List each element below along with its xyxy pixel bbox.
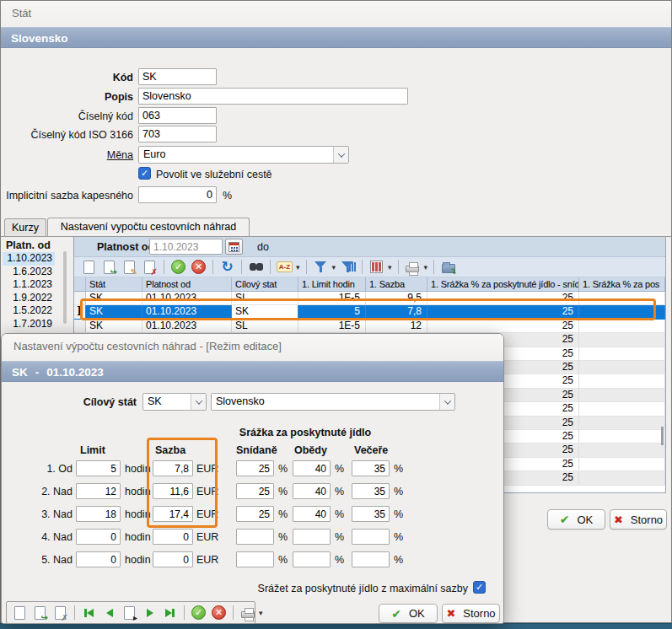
vecere-input-4[interactable] <box>352 529 390 545</box>
cell-stat[interactable]: SK <box>86 305 142 318</box>
chevron-down-icon[interactable] <box>439 394 454 410</box>
ok-button[interactable]: ✔ OK <box>547 509 605 530</box>
next-record-icon[interactable] <box>141 604 159 621</box>
cell-pos[interactable] <box>579 430 665 443</box>
cell-stat[interactable]: SK <box>86 320 142 332</box>
cell-stat[interactable]: SK <box>86 292 142 304</box>
cell-pos[interactable] <box>579 292 665 304</box>
snidane-input-2[interactable] <box>236 483 274 499</box>
dialog-storno-button[interactable]: ✖ Storno <box>442 604 500 623</box>
snidane-input-3[interactable] <box>236 506 274 522</box>
cell-pos[interactable] <box>579 458 665 470</box>
sazba-input-1[interactable] <box>153 460 193 476</box>
sazba-input-3[interactable] <box>153 506 193 522</box>
cell-pos[interactable] <box>579 347 665 360</box>
browse-records-icon[interactable]: ▸ <box>121 604 138 621</box>
obedy-input-3[interactable] <box>293 506 331 522</box>
cilovy-stat-code-select[interactable]: SK <box>142 393 207 411</box>
first-record-icon[interactable] <box>80 604 98 621</box>
cell-platnost[interactable]: 01.10.2023 <box>142 292 232 304</box>
cell-pos[interactable] <box>579 389 665 401</box>
cell-sazba[interactable]: 7,8 <box>366 305 427 318</box>
table-row[interactable]: SK01.10.2023SI1E-59,525 <box>74 292 665 305</box>
snidane-input-5[interactable] <box>236 551 274 567</box>
cancel-icon[interactable]: ✕ <box>210 604 228 621</box>
edit-dialog-titlebar[interactable]: Nastavení výpočtu cestovních náhrad - [R… <box>2 334 503 359</box>
povolit-checkbox[interactable]: ✓ <box>138 167 151 180</box>
table-row[interactable]: SK01.10.2023SL1E-51225 <box>74 320 665 333</box>
cell-limit[interactable]: 5 <box>298 305 366 318</box>
mena-label[interactable]: Měna <box>1 149 133 161</box>
platnost-list-item[interactable]: 1.7.2019 <box>3 318 55 331</box>
snidane-input-1[interactable] <box>236 460 274 476</box>
cell-limit[interactable]: 1E-5 <box>298 320 366 332</box>
kapesne-input[interactable] <box>138 186 217 203</box>
dropdown-arrow-icon[interactable]: ▾ <box>259 609 263 617</box>
cell-pos[interactable] <box>579 361 665 374</box>
obedy-input-4[interactable] <box>293 529 331 545</box>
cell-sazba[interactable]: 12 <box>366 320 427 332</box>
chevron-down-icon[interactable] <box>333 147 348 163</box>
iso-kod-input[interactable] <box>138 126 217 142</box>
obedy-input-5[interactable] <box>293 551 331 567</box>
platnost-list-item[interactable]: 1.6.2023 <box>3 266 55 279</box>
print-icon[interactable] <box>239 604 256 621</box>
cell-snidane[interactable]: 25 <box>427 320 579 332</box>
last-record-icon[interactable] <box>161 604 179 621</box>
prev-record-icon[interactable] <box>100 604 118 621</box>
cell-marker[interactable]: I <box>74 305 86 318</box>
vecere-input-1[interactable] <box>352 460 390 476</box>
mena-select[interactable]: Euro <box>138 146 349 164</box>
cell-marker[interactable] <box>74 320 86 332</box>
cell-pos[interactable] <box>579 402 665 415</box>
platnost-list-item[interactable]: 1.1.2023 <box>3 278 55 292</box>
cell-cilovy[interactable]: SI <box>232 292 298 304</box>
cell-platnost[interactable]: 01.10.2023 <box>142 320 232 332</box>
cell-limit[interactable]: 1E-5 <box>298 292 366 304</box>
snidane-input-4[interactable] <box>236 529 274 545</box>
limit-input-3[interactable] <box>76 506 121 522</box>
platnost-list-item[interactable]: 1.9.2022 <box>3 292 55 305</box>
popis-input[interactable] <box>138 88 408 105</box>
table-row[interactable]: ISK01.10.2023SK57,825 <box>74 305 665 319</box>
cilovy-stat-name-select[interactable]: Slovensko <box>211 393 455 411</box>
limit-input-5[interactable] <box>76 551 121 567</box>
tab-kurzy[interactable]: Kurzy <box>4 218 46 236</box>
delete-record-disabled-icon[interactable]: ✗ <box>51 604 69 621</box>
cell-snidane[interactable]: 25 <box>427 292 579 304</box>
cell-pos[interactable] <box>579 417 665 429</box>
cell-pos[interactable] <box>579 471 665 484</box>
confirm-icon[interactable]: ✓ <box>190 604 207 621</box>
tab-nastaveni-nahrad[interactable]: Nastavení vypočtu cestovních náhrad <box>47 218 250 236</box>
cell-cilovy[interactable]: SK <box>232 305 298 318</box>
vecere-input-2[interactable] <box>352 483 390 499</box>
sazba-input-4[interactable] <box>153 529 193 545</box>
list-scrollbar[interactable] <box>63 251 67 324</box>
cell-pos[interactable] <box>579 333 665 346</box>
dialog-ok-button[interactable]: ✔ OK <box>379 604 438 623</box>
limit-input-1[interactable] <box>76 460 121 476</box>
limit-input-4[interactable] <box>76 529 121 545</box>
chevron-down-icon[interactable] <box>191 394 206 410</box>
stat-window-titlebar[interactable]: Stát <box>1 1 671 25</box>
srazet-checkbox[interactable]: ✓ <box>473 581 486 594</box>
cell-snidane[interactable]: 25 <box>427 305 579 318</box>
kod-input[interactable] <box>138 68 217 85</box>
platnost-list-item[interactable]: 1.5.2022 <box>3 304 55 318</box>
cell-sazba[interactable]: 9,5 <box>366 292 427 304</box>
obedy-input-2[interactable] <box>293 483 331 499</box>
table-scrollbar-thumb[interactable] <box>661 427 664 445</box>
platnost-list-item[interactable]: 1.10.2023 <box>3 252 55 266</box>
cell-pos[interactable] <box>579 374 665 387</box>
sazba-input-5[interactable] <box>153 551 193 567</box>
copy-record-icon[interactable]: ↪ <box>31 604 49 621</box>
limit-input-2[interactable] <box>76 483 121 499</box>
new-record-icon[interactable] <box>11 604 29 621</box>
cell-marker[interactable] <box>74 292 86 304</box>
vecere-input-5[interactable] <box>352 551 390 567</box>
obedy-input-1[interactable] <box>293 460 331 476</box>
cell-platnost[interactable]: 01.10.2023 <box>142 305 232 318</box>
vecere-input-3[interactable] <box>352 506 390 522</box>
ciselny-kod-input[interactable] <box>138 107 217 124</box>
storno-button[interactable]: ✖ Storno <box>610 509 667 530</box>
